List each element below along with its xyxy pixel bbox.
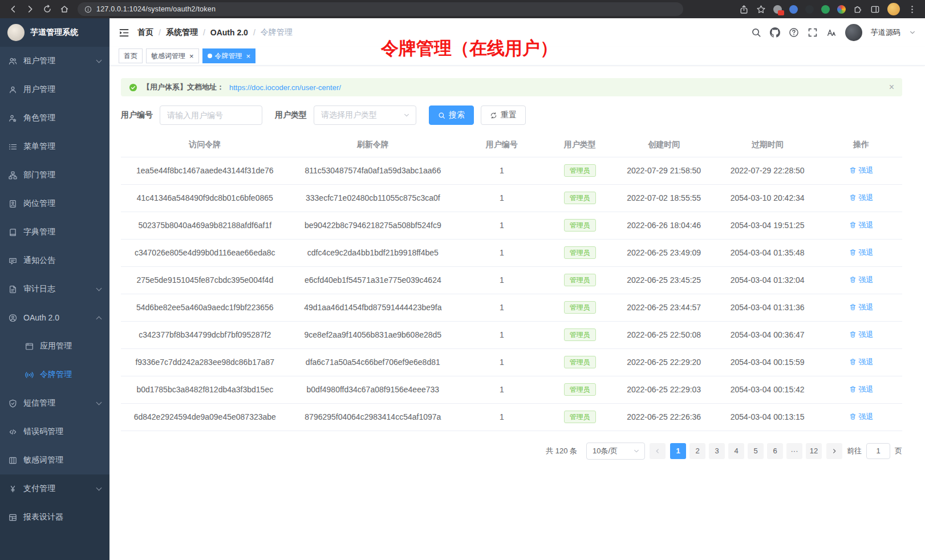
user-avatar[interactable] bbox=[845, 24, 862, 41]
reload-button[interactable] bbox=[40, 2, 55, 16]
sidebar-item[interactable]: 应用管理 bbox=[0, 332, 109, 360]
sidebar-item[interactable]: OAuth 2.0 bbox=[0, 303, 109, 332]
sidebar-item[interactable]: 租户管理 bbox=[0, 47, 109, 75]
browser-profile-avatar[interactable] bbox=[887, 3, 900, 15]
cell-user-type: 管理员 bbox=[547, 348, 613, 376]
sidebar-menu: 租户管理用户管理角色管理菜单管理部门管理岗位管理字典管理通知公告审计日志OAut… bbox=[0, 47, 109, 474]
tab[interactable]: 敏感词管理× bbox=[146, 48, 199, 63]
alert-close-icon[interactable]: × bbox=[889, 83, 894, 92]
caret-down-icon[interactable] bbox=[909, 29, 916, 36]
force-logout-button[interactable]: 强退 bbox=[849, 165, 874, 176]
extensions-puzzle-icon[interactable] bbox=[853, 5, 863, 14]
tab-close-icon[interactable]: × bbox=[189, 52, 194, 60]
username[interactable]: 芋道源码 bbox=[871, 27, 900, 38]
extension-icon[interactable] bbox=[773, 5, 782, 14]
fullscreen-icon[interactable] bbox=[808, 27, 818, 38]
page-button[interactable]: 1 bbox=[670, 443, 686, 459]
force-logout-button[interactable]: 强退 bbox=[849, 330, 874, 340]
sidebar-item[interactable]: 错误码管理 bbox=[0, 417, 109, 446]
goto-page-input[interactable] bbox=[866, 443, 890, 459]
token-broadcast-icon bbox=[25, 371, 34, 379]
trash-icon bbox=[849, 331, 857, 338]
force-logout-button[interactable]: 强退 bbox=[849, 357, 874, 367]
page-size-select[interactable]: 10条/页 bbox=[586, 443, 645, 460]
force-logout-label: 强退 bbox=[859, 357, 874, 367]
prev-page-button[interactable] bbox=[650, 443, 666, 459]
table-row: c342377bf8b344799dcbf7bf095287f29ce8ef2a… bbox=[121, 321, 902, 348]
sidebar-item[interactable]: 令牌管理 bbox=[0, 360, 109, 389]
doc-link[interactable]: https://doc.iocoder.cn/user-center/ bbox=[229, 83, 341, 92]
sidebar-item[interactable]: 支付管理 bbox=[0, 474, 109, 503]
sidebar-item[interactable]: 通知公告 bbox=[0, 246, 109, 275]
page-button[interactable]: 5 bbox=[748, 443, 764, 459]
cell-refresh-token: 8796295f04064c2983414cc54af1097a bbox=[289, 403, 457, 431]
force-logout-button[interactable]: 强退 bbox=[849, 275, 874, 285]
home-button[interactable] bbox=[57, 2, 72, 16]
force-logout-label: 强退 bbox=[859, 302, 874, 313]
breadcrumb-item[interactable]: 首页 bbox=[137, 27, 153, 38]
github-icon[interactable] bbox=[770, 27, 780, 38]
font-size-icon[interactable] bbox=[826, 27, 837, 38]
force-logout-button[interactable]: 强退 bbox=[849, 302, 874, 313]
app-logo[interactable]: 芋道管理系统 bbox=[0, 18, 109, 47]
force-logout-button[interactable]: 强退 bbox=[849, 193, 874, 203]
sidebar-item[interactable]: 报表设计器 bbox=[0, 503, 109, 531]
sidebar-item[interactable]: 部门管理 bbox=[0, 161, 109, 189]
extension-icon[interactable] bbox=[837, 5, 846, 14]
force-logout-button[interactable]: 强退 bbox=[849, 247, 874, 258]
back-button[interactable] bbox=[6, 2, 21, 16]
breadcrumb-item[interactable]: 系统管理 bbox=[166, 27, 198, 38]
cell-user-type: 管理员 bbox=[547, 403, 613, 431]
force-logout-button[interactable]: 强退 bbox=[849, 412, 874, 422]
extension-icon[interactable] bbox=[821, 5, 830, 14]
more-pages-button[interactable]: ··· bbox=[786, 443, 802, 459]
force-logout-label: 强退 bbox=[859, 275, 874, 285]
share-icon[interactable] bbox=[739, 5, 749, 14]
sidebar-item[interactable]: 菜单管理 bbox=[0, 132, 109, 161]
force-logout-button[interactable]: 强退 bbox=[849, 384, 874, 395]
forward-button[interactable] bbox=[23, 2, 38, 16]
cell-expires-at: 2054-03-04 19:51:25 bbox=[715, 212, 820, 239]
page-info-icon[interactable] bbox=[84, 6, 92, 13]
page-button[interactable]: 3 bbox=[709, 443, 725, 459]
cell-action: 强退 bbox=[820, 239, 902, 266]
menu-list-icon bbox=[9, 143, 17, 151]
sidebar-item-label: 短信管理 bbox=[23, 398, 55, 408]
sidebar-item[interactable]: 短信管理 bbox=[0, 389, 109, 417]
browser-menu-icon[interactable] bbox=[907, 5, 917, 14]
reset-button[interactable]: 重置 bbox=[481, 105, 526, 125]
url-bar[interactable]: 127.0.0.1:1024/system/oauth2/token bbox=[78, 2, 683, 16]
bookmark-star-icon[interactable] bbox=[756, 5, 766, 14]
sidebar-item[interactable]: 字典管理 bbox=[0, 218, 109, 246]
chevron-down-icon bbox=[403, 112, 410, 119]
tab[interactable]: 首页 bbox=[119, 48, 143, 63]
search-button[interactable]: 搜索 bbox=[429, 105, 474, 125]
search-icon[interactable] bbox=[751, 27, 761, 38]
page-button[interactable]: 12 bbox=[806, 443, 822, 459]
help-icon[interactable] bbox=[789, 27, 799, 38]
sidebar-item[interactable]: 敏感词管理 bbox=[0, 446, 109, 474]
sidebar-item[interactable]: 岗位管理 bbox=[0, 189, 109, 218]
split-view-icon[interactable] bbox=[870, 5, 880, 14]
next-page-button[interactable] bbox=[826, 443, 842, 459]
reload-icon bbox=[43, 5, 52, 14]
page-button[interactable]: 4 bbox=[728, 443, 744, 459]
sidebar-item[interactable]: 用户管理 bbox=[0, 75, 109, 104]
tab-close-icon[interactable]: × bbox=[246, 52, 251, 60]
extension-icon[interactable] bbox=[789, 5, 798, 14]
cell-created-at: 2022-06-25 22:50:08 bbox=[613, 321, 715, 348]
sidebar-item[interactable]: 审计日志 bbox=[0, 275, 109, 303]
user-type-select[interactable]: 请选择用户类型 bbox=[314, 105, 416, 125]
tab[interactable]: 令牌管理× bbox=[202, 48, 256, 63]
back-icon bbox=[9, 5, 18, 14]
page-button[interactable]: 6 bbox=[767, 443, 783, 459]
extension-icon[interactable] bbox=[805, 5, 814, 14]
user-id-input[interactable] bbox=[160, 105, 262, 125]
org-tree-icon bbox=[9, 171, 17, 180]
sidebar-item[interactable]: 角色管理 bbox=[0, 104, 109, 132]
cell-created-at: 2022-06-25 23:45:25 bbox=[613, 266, 715, 294]
page-button[interactable]: 2 bbox=[689, 443, 705, 459]
breadcrumb-item[interactable]: OAuth 2.0 bbox=[210, 28, 248, 37]
force-logout-button[interactable]: 强退 bbox=[849, 220, 874, 230]
hamburger-icon[interactable] bbox=[119, 27, 129, 38]
